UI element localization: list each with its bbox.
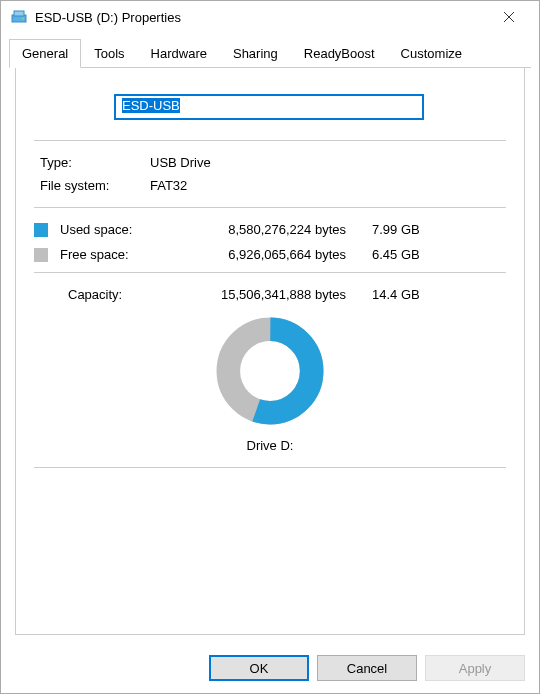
capacity-label: Capacity: [34,287,180,302]
properties-window: ESD-USB (D:) Properties General Tools Ha… [0,0,540,694]
free-space-label: Free space: [60,247,180,262]
filesystem-label: File system: [40,178,140,193]
used-space-gb: 7.99 GB [372,222,452,237]
svg-rect-1 [14,11,24,16]
close-icon [503,11,515,23]
free-space-bytes: 6,926,065,664 bytes [186,247,366,262]
titlebar: ESD-USB (D:) Properties [1,1,539,33]
divider [34,272,506,273]
chart-title: Drive D: [247,438,294,453]
used-space-bytes: 8,580,276,224 bytes [186,222,366,237]
tab-readyboost[interactable]: ReadyBoost [291,39,388,68]
divider [34,467,506,468]
svg-point-2 [22,18,24,20]
filesystem-value: FAT32 [150,178,506,193]
ok-button[interactable]: OK [209,655,309,681]
usage-chart: Drive D: [34,310,506,461]
type-label: Type: [40,155,140,170]
dialog-buttons: OK Cancel Apply [1,645,539,693]
apply-button[interactable]: Apply [425,655,525,681]
tab-customize[interactable]: Customize [388,39,475,68]
free-swatch [34,248,48,262]
cancel-button[interactable]: Cancel [317,655,417,681]
free-space-gb: 6.45 GB [372,247,452,262]
divider [34,207,506,208]
window-title: ESD-USB (D:) Properties [35,10,489,25]
close-button[interactable] [489,2,529,32]
used-space-label: Used space: [60,222,180,237]
used-swatch [34,223,48,237]
drive-name-input[interactable]: ESD-USB [114,94,424,120]
drive-icon [11,9,27,25]
tab-strip: General Tools Hardware Sharing ReadyBoos… [1,39,539,68]
tab-general[interactable]: General [9,39,81,68]
tab-tools[interactable]: Tools [81,39,137,68]
type-value: USB Drive [150,155,506,170]
general-panel: ESD-USB Type: USB Drive File system: FAT… [15,68,525,635]
tab-hardware[interactable]: Hardware [138,39,220,68]
capacity-gb: 14.4 GB [372,287,452,302]
divider [34,140,506,141]
capacity-bytes: 15,506,341,888 bytes [186,287,366,302]
pie-chart [215,316,325,426]
tab-sharing[interactable]: Sharing [220,39,291,68]
